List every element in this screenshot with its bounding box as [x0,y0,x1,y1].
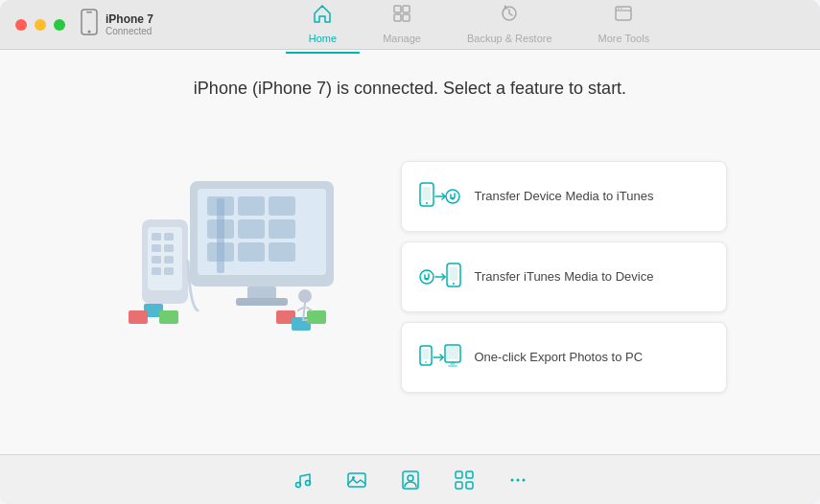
svg-rect-48 [450,267,457,281]
svg-rect-65 [456,482,462,489]
svg-rect-24 [217,198,224,273]
svg-point-10 [621,8,623,10]
tab-home[interactable]: Home [286,0,360,54]
svg-rect-4 [403,6,410,12]
svg-rect-32 [164,256,174,263]
tab-tools-label: More Tools [598,33,650,44]
svg-rect-28 [164,233,174,241]
svg-rect-56 [448,365,457,367]
toolbar-contacts-button[interactable] [395,465,426,495]
svg-rect-17 [238,219,265,239]
svg-rect-54 [447,347,458,359]
nav-tabs: Home Manage [153,0,805,54]
close-button[interactable] [15,19,27,31]
svg-point-45 [446,190,459,203]
main-content: iPhone (iPhone 7) is connected. Select a… [0,50,820,454]
svg-rect-33 [152,267,161,275]
svg-point-69 [522,478,525,481]
svg-rect-37 [159,310,178,324]
content-area: Transfer Device Media to iTunes [19,118,801,435]
svg-point-2 [88,31,91,34]
device-name: iPhone 7 [105,12,153,26]
svg-rect-55 [451,362,455,365]
svg-point-49 [453,283,455,285]
svg-point-62 [408,475,413,481]
svg-rect-15 [269,196,295,216]
transfer-to-itunes-icon [419,175,461,218]
tab-home-label: Home [309,33,337,44]
svg-rect-40 [307,310,326,324]
svg-rect-36 [129,310,148,324]
svg-rect-20 [238,242,265,262]
feature-card-transfer-to-itunes[interactable]: Transfer Device Media to iTunes [401,161,727,232]
svg-rect-3 [394,6,401,12]
device-text: iPhone 7 Connected [105,12,153,36]
svg-rect-64 [466,471,473,478]
backup-icon [499,3,520,29]
svg-rect-66 [466,482,473,489]
minimize-button[interactable] [35,19,46,31]
maximize-button[interactable] [54,19,65,31]
svg-rect-30 [164,244,174,252]
device-icon [81,9,98,40]
headline: iPhone (iPhone 7) is connected. Select a… [194,79,626,99]
tools-icon [613,3,634,29]
svg-point-41 [298,289,312,303]
app-window: iPhone 7 Connected Home [0,0,820,504]
toolbar-apps-button[interactable] [449,465,480,495]
svg-rect-18 [269,219,295,239]
svg-point-44 [426,202,428,204]
manage-icon [391,3,412,29]
svg-point-58 [305,480,310,485]
home-icon [312,3,333,29]
svg-rect-51 [422,349,429,359]
svg-rect-29 [152,244,161,252]
feature-card-transfer-to-device-label: Transfer iTunes Media to Device [475,269,654,284]
tab-backup-label: Backup & Restore [467,33,552,44]
svg-rect-14 [238,196,265,216]
window-controls [15,19,65,31]
svg-rect-21 [269,242,295,262]
svg-rect-43 [423,187,431,200]
toolbar-more-button[interactable] [503,465,533,495]
bottom-toolbar [0,454,820,504]
svg-rect-1 [86,11,92,13]
svg-point-46 [420,270,433,284]
feature-card-export-photos[interactable]: One-click Export Photos to PC [401,322,727,393]
svg-rect-34 [164,267,174,275]
svg-rect-59 [348,473,365,487]
illustration [94,162,363,392]
svg-rect-5 [394,14,401,21]
svg-rect-23 [236,298,288,306]
feature-cards: Transfer Device Media to iTunes [401,161,727,393]
toolbar-music-button[interactable] [288,465,318,495]
svg-rect-63 [456,471,462,478]
svg-rect-22 [247,286,276,300]
feature-card-transfer-to-itunes-label: Transfer Device Media to iTunes [475,189,654,203]
tab-manage[interactable]: Manage [360,0,444,54]
svg-point-52 [425,361,427,363]
tab-tools[interactable]: More Tools [575,0,673,54]
tab-backup[interactable]: Backup & Restore [444,0,575,54]
tab-manage-label: Manage [383,33,421,44]
svg-point-9 [619,8,621,10]
transfer-to-device-icon [419,256,461,298]
device-status: Connected [105,26,153,36]
svg-rect-27 [152,233,161,241]
toolbar-photos-button[interactable] [341,465,372,495]
svg-point-57 [295,482,300,487]
feature-card-transfer-to-device[interactable]: Transfer iTunes Media to Device [401,241,727,312]
svg-point-67 [510,478,513,481]
title-bar: iPhone 7 Connected Home [0,0,820,50]
svg-rect-31 [152,256,161,263]
feature-card-export-photos-label: One-click Export Photos to PC [475,350,644,364]
svg-point-68 [516,478,519,481]
export-photos-icon [419,336,461,378]
device-info: iPhone 7 Connected [81,9,153,40]
svg-rect-6 [403,14,410,21]
